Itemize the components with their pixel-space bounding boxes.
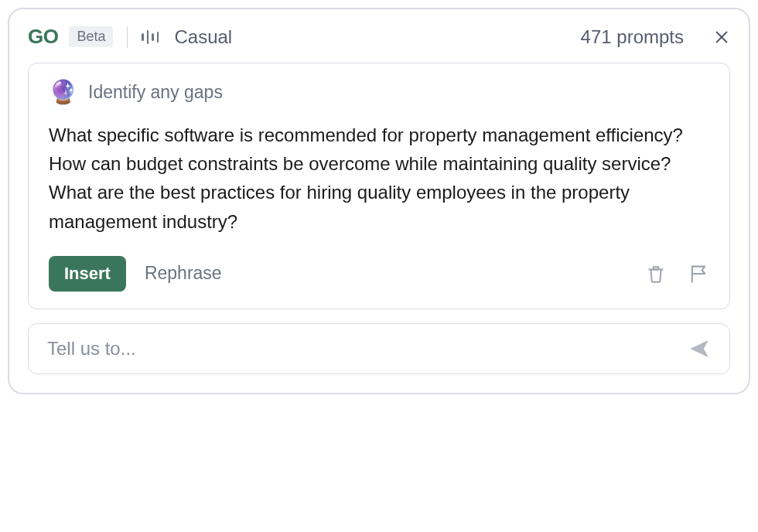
trash-icon[interactable]	[646, 263, 666, 285]
insert-button[interactable]: Insert	[49, 256, 126, 292]
prompt-input[interactable]	[47, 338, 688, 360]
divider	[127, 26, 128, 48]
close-icon[interactable]	[713, 29, 730, 46]
beta-badge: Beta	[69, 26, 113, 47]
header: GO Beta Casual 471 prompts	[28, 25, 730, 49]
prompts-count: 471 prompts	[581, 26, 684, 48]
card-body: What specific software is recommended fo…	[49, 121, 709, 236]
suggestion-card: 🔮 Identify any gaps What specific softwa…	[28, 63, 730, 309]
logo: GO	[28, 25, 58, 49]
card-header: 🔮 Identify any gaps	[49, 80, 709, 104]
card-actions: Insert Rephrase	[49, 256, 709, 292]
flag-icon[interactable]	[688, 263, 709, 285]
card-title: Identify any gaps	[88, 82, 223, 103]
equalizer-icon[interactable]	[142, 29, 159, 46]
send-icon[interactable]	[688, 338, 711, 360]
input-row	[28, 323, 730, 374]
panel: GO Beta Casual 471 prompts 🔮 Identify an…	[8, 8, 750, 394]
tone-label[interactable]: Casual	[174, 26, 232, 48]
crystal-ball-icon: 🔮	[49, 80, 77, 104]
rephrase-button[interactable]: Rephrase	[145, 263, 222, 284]
